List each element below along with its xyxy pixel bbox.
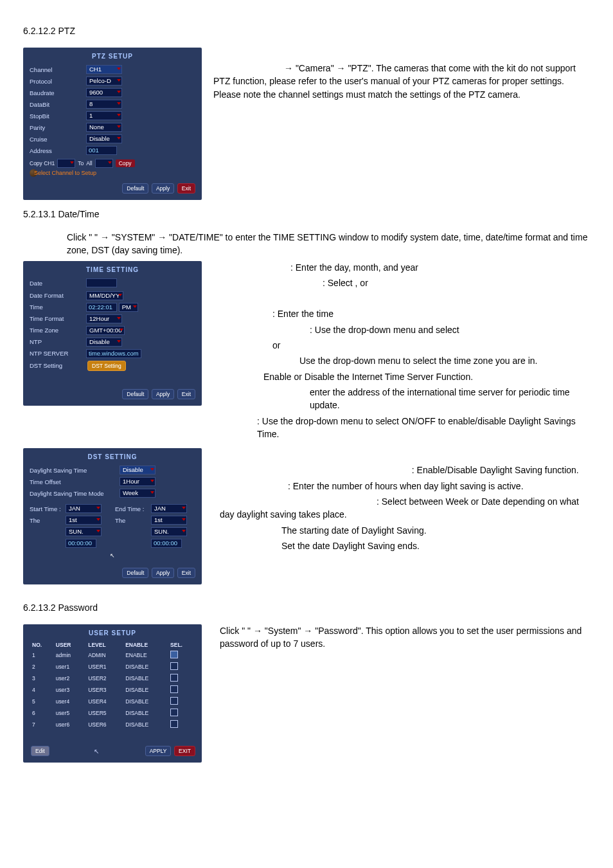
time-row: NTP SERVERtime.windows.com bbox=[30, 348, 195, 359]
ptz-button-row: Default Apply Exit bbox=[30, 183, 195, 194]
user-cell: DISABLE bbox=[123, 673, 168, 684]
time-ampm-dropdown[interactable]: PM bbox=[119, 303, 138, 312]
user-cell: 1 bbox=[30, 649, 53, 661]
time-input[interactable] bbox=[86, 278, 117, 287]
user-checkbox[interactable] bbox=[170, 697, 178, 705]
dst-end-the: The bbox=[115, 517, 151, 524]
ptz-row: StopBit1 bbox=[30, 110, 195, 122]
dst-body-text: XXXXXXXXXXXXXXXXXXXXXXXXXXXXXXXX: Enable… bbox=[220, 448, 590, 584]
ptz-dropdown[interactable]: 1 bbox=[86, 111, 122, 120]
dst-end-day[interactable]: SUN. bbox=[151, 527, 187, 536]
ptz-row-label: StopBit bbox=[30, 113, 86, 120]
time-desc-ntp: Enable or Disable the Internet Time Serv… bbox=[220, 370, 590, 383]
dst-end-ord[interactable]: 1st bbox=[151, 516, 187, 525]
time-dropdown[interactable]: GMT+00:00 bbox=[86, 326, 125, 335]
dst-top-dropdown[interactable]: Disable bbox=[120, 466, 155, 475]
time-desc-dst: : Use the drop-down menu to select ON/OF… bbox=[257, 416, 576, 439]
user-checkbox[interactable] bbox=[170, 674, 178, 682]
user-exit-button[interactable]: EXIT bbox=[174, 746, 195, 756]
time-default-button[interactable]: Default bbox=[122, 389, 148, 399]
user-panel-title: USER SETUP bbox=[30, 629, 195, 637]
ptz-select-line: Select Channel to Setup bbox=[30, 169, 195, 177]
ptz-default-button[interactable]: Default bbox=[122, 183, 148, 194]
time-dropdown[interactable]: MM/DD/YY bbox=[86, 291, 123, 300]
time-panel-title: TIME SETTING bbox=[30, 266, 195, 273]
dst-top-row: Daylight Saving Time ModeWeek bbox=[30, 487, 195, 499]
ptz-copy-prefix: Copy CH1 bbox=[30, 160, 55, 167]
dst-top-dropdown[interactable]: Week bbox=[120, 489, 155, 498]
user-apply-button[interactable]: APPLY bbox=[145, 746, 172, 756]
ptz-dropdown[interactable]: 8 bbox=[86, 100, 122, 109]
ptz-description: → "Camera" → "PTZ". The cameras that com… bbox=[213, 62, 590, 101]
user-checkbox[interactable] bbox=[170, 709, 178, 716]
dst-desc-end: Set the date Daylight Saving ends. bbox=[220, 539, 590, 552]
user-cell: 4 bbox=[30, 684, 53, 696]
ptz-row: CruiseDisable bbox=[30, 133, 195, 145]
ptz-exit-button[interactable]: Exit bbox=[177, 183, 195, 194]
user-checkbox[interactable] bbox=[170, 720, 178, 728]
time-row-label: Time Format bbox=[30, 315, 86, 322]
user-checkbox[interactable] bbox=[170, 685, 178, 693]
time-input[interactable]: 02:22:01 bbox=[86, 303, 117, 312]
dst-start-day[interactable]: SUN. bbox=[66, 527, 102, 536]
ptz-apply-button[interactable]: Apply bbox=[152, 183, 174, 194]
ptz-dropdown[interactable]: CH1 bbox=[86, 65, 122, 74]
dst-top-dropdown[interactable]: 1Hour bbox=[120, 477, 155, 486]
section-heading-password: 6.2.13.2 Password bbox=[23, 602, 590, 613]
ptz-row: Baudrate9600 bbox=[30, 87, 195, 98]
user-cell: admin bbox=[53, 649, 85, 661]
user-cell: user2 bbox=[53, 673, 85, 684]
time-dropdown[interactable]: Disable bbox=[86, 338, 122, 347]
table-row[interactable]: 3user2USER2DISABLE bbox=[30, 673, 195, 684]
user-checkbox[interactable] bbox=[170, 651, 178, 658]
dst-default-button[interactable]: Default bbox=[122, 568, 148, 578]
dst-desc-start: The starting date of Daylight Saving. bbox=[220, 524, 590, 537]
user-cell: user3 bbox=[53, 684, 85, 696]
time-row: NTPDisable bbox=[30, 336, 195, 348]
user-edit-button[interactable]: Edit bbox=[31, 746, 49, 756]
user-col-header: ENABLE bbox=[123, 640, 168, 649]
user-col-header: USER bbox=[53, 640, 85, 649]
dst-setting-button[interactable]: DST Setting bbox=[87, 361, 126, 371]
time-apply-button[interactable]: Apply bbox=[152, 389, 174, 399]
dst-start-month[interactable]: JAN bbox=[66, 504, 102, 513]
time-row-label: Date bbox=[30, 280, 86, 287]
ptz-address-input[interactable]: 001 bbox=[86, 146, 117, 155]
ptz-copy-button[interactable]: Copy bbox=[116, 159, 135, 167]
user-cell: DISABLE bbox=[123, 661, 168, 673]
table-row[interactable]: 5user4USER4DISABLE bbox=[30, 696, 195, 707]
user-cell: 5 bbox=[30, 696, 53, 707]
ptz-dropdown[interactable]: Pelco-D bbox=[86, 77, 122, 86]
time-row-label: Time bbox=[30, 303, 86, 311]
ptz-dropdown[interactable]: Disable bbox=[86, 134, 122, 143]
time-row-label: Date Format bbox=[30, 292, 86, 299]
table-row[interactable]: 6user5USER5DISABLE bbox=[30, 707, 195, 719]
ptz-copy-ch-dropdown[interactable] bbox=[57, 159, 75, 168]
ptz-dropdown[interactable]: None bbox=[86, 123, 122, 132]
table-row[interactable]: 2user1USER1DISABLE bbox=[30, 661, 195, 673]
dst-end-month[interactable]: JAN bbox=[151, 504, 187, 513]
ptz-row-label: Address bbox=[30, 147, 86, 154]
time-dropdown[interactable]: 12Hour bbox=[86, 314, 122, 323]
dst-start-time[interactable]: 00:00:00 bbox=[66, 539, 96, 548]
table-row[interactable]: 1adminADMINENABLE bbox=[30, 649, 195, 661]
ptz-dropdown[interactable]: 9600 bbox=[86, 88, 122, 97]
table-row[interactable]: 4user3USER3DISABLE bbox=[30, 684, 195, 696]
ptz-copy-to: To bbox=[78, 160, 84, 167]
dst-apply-button[interactable]: Apply bbox=[152, 568, 174, 578]
dst-exit-button[interactable]: Exit bbox=[177, 568, 195, 578]
user-cell: DISABLE bbox=[123, 696, 168, 707]
table-row[interactable]: 7user6USER6DISABLE bbox=[30, 719, 195, 730]
ptz-copy-all-dropdown[interactable] bbox=[95, 159, 113, 168]
user-cell: USER2 bbox=[85, 673, 123, 684]
ptz-panel-title: PTZ SETUP bbox=[30, 53, 195, 60]
ptz-row: Address001 bbox=[30, 145, 195, 156]
time-input[interactable]: time.windows.com bbox=[86, 349, 141, 358]
time-exit-button[interactable]: Exit bbox=[177, 389, 195, 399]
user-table: NO.USERLEVELENABLESEL. 1adminADMINENABLE… bbox=[30, 640, 195, 730]
dst-end-time[interactable]: 00:00:00 bbox=[151, 539, 182, 548]
user-checkbox[interactable] bbox=[170, 662, 178, 670]
dst-start-ord[interactable]: 1st bbox=[66, 516, 102, 525]
time-desc-ntpserver: enter the address of the international t… bbox=[310, 387, 570, 410]
time-row: DST SettingDST Setting bbox=[30, 359, 195, 372]
